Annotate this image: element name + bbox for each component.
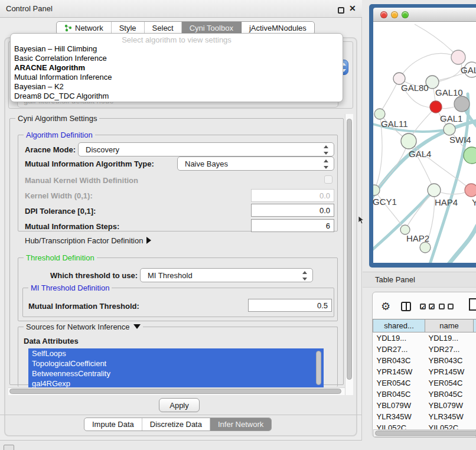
list-item[interactable]: SelfLoops (28, 348, 324, 358)
columns-icon[interactable] (401, 302, 411, 311)
threshold-definition-legend: Threshold Definition (24, 253, 97, 262)
combo-arrows-icon (302, 271, 308, 281)
table-hscroll-thumb[interactable] (375, 431, 476, 436)
dpi-tolerance-label: DPI Tolerance [0,1]: (25, 207, 96, 216)
data-attributes-list[interactable]: SelfLoops TopologicalCoefficient Between… (28, 348, 324, 389)
settings-vscroll-track[interactable] (345, 114, 353, 395)
dpi-tolerance-field[interactable] (251, 204, 334, 217)
column-header-shared-name[interactable]: shared... (373, 319, 425, 332)
float-window-icon[interactable] (338, 7, 344, 14)
node (420, 242, 431, 253)
dropdown-item[interactable]: Basic Correlation Inference (11, 54, 343, 63)
table-panel-title: Table Panel (375, 275, 415, 284)
mi-algorithm-type-label: Mutual Information Algorithm Type: (25, 159, 154, 168)
settings-hscroll-track[interactable] (8, 387, 345, 395)
node-label: HAP4 (435, 197, 458, 207)
node-table[interactable]: shared... name A YDL19...YDL19...13 YDR2… (373, 319, 476, 433)
table-row[interactable]: YLR345WYLR345W9. (373, 411, 476, 422)
settings-vscroll-thumb[interactable] (347, 119, 352, 380)
kernel-width-label: Kernel Width (0,1): (25, 191, 93, 200)
node-hap4 (428, 184, 441, 197)
table-row[interactable]: YBR043CYBR043C (373, 355, 476, 366)
table-row[interactable]: YPR145WYPR145W9. (373, 366, 476, 377)
table-row[interactable]: YBL079WYBL079W (373, 400, 476, 411)
checkbox-checked-icon[interactable]: ✓ (420, 304, 426, 309)
dropdown-item[interactable]: Bayesian – Hill Climbing (11, 44, 343, 54)
node-gal4 (401, 133, 416, 149)
node-gal11 (374, 109, 385, 119)
aracne-mode-combo[interactable]: Discovery (78, 142, 334, 156)
settings-hscroll-thumb[interactable] (9, 389, 341, 394)
manual-kernel-width-checkbox[interactable] (324, 175, 332, 184)
node-label: GAL10 (435, 87, 463, 97)
expand-right-icon (146, 237, 151, 244)
dropdown-item[interactable]: Dream8 DC_TDC Algorithm (11, 92, 343, 101)
table-row[interactable]: YDL19...YDL19...13 (373, 332, 476, 344)
list-item[interactable]: TopologicalCoefficient (28, 358, 324, 369)
node-label: SWI4 (449, 135, 471, 145)
dropdown-item[interactable]: Mutual Information Inference (11, 73, 343, 82)
apply-button[interactable]: Apply (159, 398, 200, 412)
new-table-icon[interactable] (469, 298, 476, 311)
node-gal1 (444, 123, 455, 135)
mi-threshold-definition-legend: MI Threshold Definition (28, 283, 112, 292)
which-threshold-combo[interactable]: MI Threshold (140, 268, 313, 282)
dropdown-hint: Select algorithm to view settings (11, 35, 343, 44)
mi-algorithm-type-combo[interactable]: Naive Bayes (177, 156, 334, 171)
floating-panel-icon[interactable] (4, 445, 14, 450)
node-label: GAL (461, 65, 476, 75)
mi-steps-field[interactable] (251, 219, 334, 232)
node-label: GAL80 (401, 83, 429, 93)
network-window-titlebar[interactable] (373, 8, 476, 22)
tab-style[interactable]: Style (112, 22, 145, 34)
gear-icon[interactable]: ⚙ (381, 300, 390, 313)
combo-arrows-icon (324, 145, 329, 155)
cyni-settings-legend: Cyni Algorithm Settings (15, 114, 99, 123)
table-row[interactable]: YBR045CYBR045C9. (373, 389, 476, 400)
node-salmon (465, 184, 476, 197)
list-item[interactable]: BetweennessCentrality (28, 369, 324, 379)
node-label: GAL4 (409, 149, 431, 159)
tab-select[interactable]: Select (145, 22, 182, 34)
checkbox-unchecked-icon[interactable] (448, 304, 454, 309)
zoom-traffic-light[interactable] (402, 11, 409, 18)
footer-separator (0, 415, 362, 415)
table-hscroll-track[interactable] (373, 429, 476, 437)
table-row[interactable]: YDR27...YDR27...12 (373, 344, 476, 355)
tab-infer-network[interactable]: Infer Network (210, 418, 271, 431)
tab-cyni-toolbox[interactable]: Cyni Toolbox (182, 22, 242, 34)
node-label: GAL11 (381, 119, 408, 129)
dropdown-item[interactable]: Bayesian – K2 (11, 82, 343, 92)
kernel-width-field[interactable] (251, 189, 334, 202)
checkbox-checked-icon[interactable]: ✓ (429, 304, 435, 309)
column-header-partial[interactable]: A (474, 319, 476, 332)
tab-network-label: Network (75, 24, 103, 32)
column-header-name[interactable]: name (425, 319, 474, 332)
minimize-traffic-light[interactable] (391, 11, 398, 18)
mi-threshold-field[interactable] (248, 299, 332, 312)
tab-impute-data[interactable]: Impute Data (84, 418, 142, 431)
app-root: Control Panel ✕ Network Style Select (0, 0, 476, 450)
hub-factor-expander[interactable]: Hub/Transcription Factor Definition (25, 236, 151, 245)
network-icon (64, 24, 72, 32)
cyni-bottom-tabbar: Impute Data Discretize Data Infer Networ… (84, 418, 272, 431)
node-gal-pink (451, 50, 465, 64)
node-label: GCY1 (373, 197, 397, 207)
node-label: GAL1 (440, 113, 462, 123)
list-scrollbar[interactable] (316, 351, 321, 385)
close-icon[interactable]: ✕ (349, 4, 356, 13)
table-header-row: shared... name A (373, 319, 476, 332)
dropdown-item-selected[interactable]: ARACNE Algorithm (11, 63, 343, 73)
sources-legend[interactable]: Sources for Network Inference (24, 322, 143, 331)
checkbox-unchecked-icon[interactable] (439, 304, 445, 309)
algorithm-dropdown-popup: Select algorithm to view settings Bayesi… (10, 33, 343, 102)
combo-arrows-icon (324, 159, 329, 169)
control-panel-titlebar: Control Panel ✕ (0, 0, 362, 18)
tab-discretize-data[interactable]: Discretize Data (142, 418, 210, 431)
tab-jactivemnodules[interactable]: jActiveMNodules (242, 22, 314, 34)
close-traffic-light[interactable] (380, 11, 387, 18)
mi-threshold-label: Mutual Information Threshold: (28, 302, 139, 311)
tab-network[interactable]: Network (57, 22, 112, 34)
table-row[interactable]: YER054CYER054C8. (373, 377, 476, 389)
which-threshold-label: Which threshold to use: (50, 271, 138, 280)
